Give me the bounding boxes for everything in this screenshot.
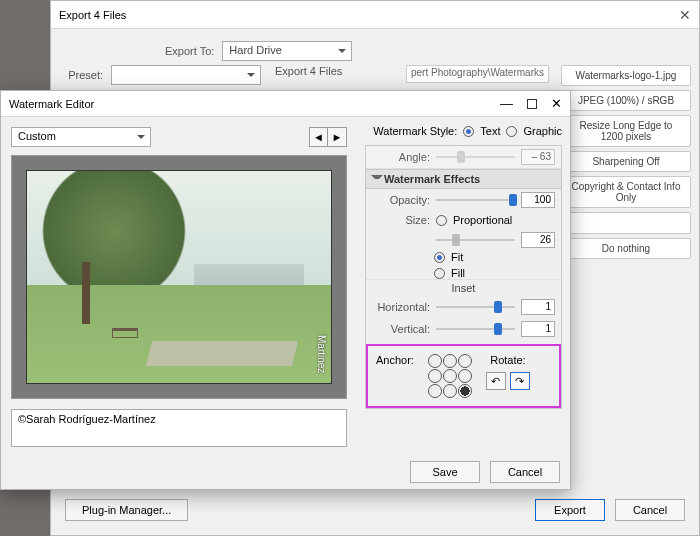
anchor-cell[interactable] (443, 354, 457, 368)
style-graphic-label: Graphic (523, 125, 562, 137)
wm-cancel-button[interactable]: Cancel (490, 461, 560, 483)
preset-value: Export 4 Files (275, 65, 342, 85)
maximize-icon[interactable] (527, 99, 537, 109)
size-fill-radio[interactable] (434, 268, 445, 279)
chip: Sharpening Off (561, 151, 691, 172)
anchor-cell[interactable] (443, 369, 457, 383)
preset-select[interactable] (111, 65, 261, 85)
inset-v-value[interactable]: 1 (521, 321, 555, 337)
close-icon[interactable]: ✕ (551, 96, 562, 111)
anchor-cell[interactable] (458, 369, 472, 383)
preset-label: Preset: (65, 69, 111, 81)
close-icon[interactable]: ✕ (679, 1, 691, 28)
opacity-label: Opacity: (372, 194, 430, 206)
inset-h-value[interactable]: 1 (521, 299, 555, 315)
rotate-label: Rotate: (490, 354, 525, 366)
chip: Resize Long Edge to 1200 pixels (561, 115, 691, 147)
anchor-rotate-group: Anchor: Rotate: ↶ ↷ (366, 344, 561, 408)
chip (561, 212, 691, 234)
angle-label: Angle: (372, 151, 430, 163)
anchor-cell[interactable] (428, 369, 442, 383)
size-proportional-label: Proportional (453, 214, 512, 226)
chip: Watermarks-logo-1.jpg (561, 65, 691, 86)
chip: JPEG (100%) / sRGB (561, 90, 691, 111)
anchor-cell[interactable] (458, 384, 472, 398)
export-summary-chips: Watermarks-logo-1.jpg JPEG (100%) / sRGB… (561, 61, 691, 263)
export-title: Export 4 Files (59, 1, 126, 28)
inset-h-slider[interactable] (436, 300, 515, 314)
style-text-label: Text (480, 125, 500, 137)
watermark-editor-dialog: Watermark Editor — ✕ Custom ◄ ► Martinez (0, 90, 571, 490)
export-path: pert Photography\Watermarks (406, 65, 549, 83)
export-cancel-button[interactable]: Cancel (615, 499, 685, 521)
export-to-label: Export To: (165, 45, 222, 57)
size-fit-label: Fit (451, 251, 463, 263)
opacity-slider[interactable] (436, 193, 515, 207)
chip: Copyright & Contact Info Only (561, 176, 691, 208)
inset-header: Inset (366, 279, 561, 296)
prev-icon[interactable]: ◄ (310, 128, 328, 146)
inset-h-label: Horizontal: (372, 301, 430, 313)
size-fit-radio[interactable] (434, 252, 445, 263)
angle-value[interactable]: – 63 (521, 149, 555, 165)
opacity-value[interactable]: 100 (521, 192, 555, 208)
effects-header[interactable]: Watermark Effects (366, 169, 561, 189)
size-proportional-radio[interactable] (436, 215, 447, 226)
style-label: Watermark Style: (373, 125, 457, 137)
size-value[interactable]: 26 (521, 232, 555, 248)
anchor-cell[interactable] (428, 354, 442, 368)
rotate-left-button[interactable]: ↶ (486, 372, 506, 390)
inset-v-label: Vertical: (372, 323, 430, 335)
style-text-radio[interactable] (463, 126, 474, 137)
wm-title: Watermark Editor (9, 98, 94, 110)
plugin-manager-button[interactable]: Plug-in Manager... (65, 499, 188, 521)
anchor-grid (428, 354, 472, 398)
preview-image: Martinez (26, 170, 332, 384)
export-button[interactable]: Export (535, 499, 605, 521)
wm-save-button[interactable]: Save (410, 461, 480, 483)
preview-nav: ◄ ► (309, 127, 347, 147)
angle-slider[interactable] (436, 150, 515, 164)
size-slider[interactable] (436, 233, 515, 247)
rotate-right-button[interactable]: ↷ (510, 372, 530, 390)
anchor-cell[interactable] (443, 384, 457, 398)
inset-v-slider[interactable] (436, 322, 515, 336)
anchor-label: Anchor: (376, 354, 414, 366)
style-graphic-radio[interactable] (506, 126, 517, 137)
preview-canvas: Martinez (11, 155, 347, 399)
anchor-cell[interactable] (458, 354, 472, 368)
anchor-cell[interactable] (428, 384, 442, 398)
export-to-select[interactable]: Hard Drive (222, 41, 352, 61)
watermark-text-input[interactable]: ©Sarah Rodríguez-Martínez (11, 409, 347, 447)
size-fill-label: Fill (451, 267, 465, 279)
next-icon[interactable]: ► (328, 128, 346, 146)
watermark-preview-text: Martinez (316, 335, 327, 373)
minimize-icon[interactable]: — (500, 96, 513, 111)
wm-preset-select[interactable]: Custom (11, 127, 151, 147)
size-label: Size: (372, 214, 430, 226)
chip: Do nothing (561, 238, 691, 259)
